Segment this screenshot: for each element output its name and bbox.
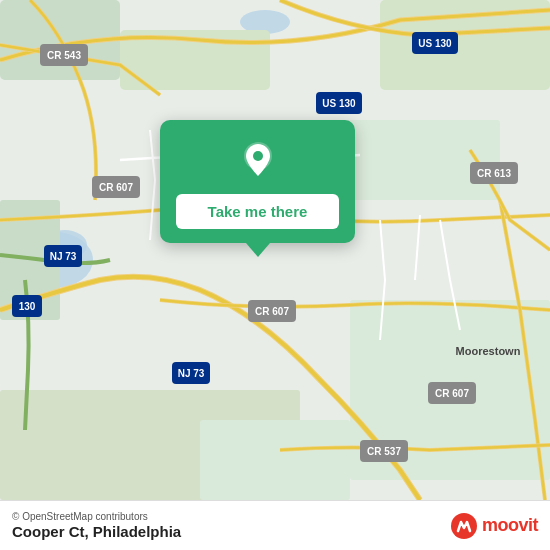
location-pin-icon: [236, 138, 280, 182]
svg-text:Moorestown: Moorestown: [456, 345, 521, 357]
moovit-brand-label: moovit: [482, 515, 538, 536]
svg-rect-11: [200, 420, 350, 500]
map-svg: US 130 US 130 CR 543 CR 607 CR 607 CR 60…: [0, 0, 550, 500]
svg-text:CR 537: CR 537: [367, 446, 401, 457]
location-name: Cooper Ct, Philadelphia: [12, 523, 181, 540]
svg-text:130: 130: [19, 301, 36, 312]
svg-text:NJ 73: NJ 73: [50, 251, 77, 262]
svg-text:CR 543: CR 543: [47, 50, 81, 61]
svg-text:CR 607: CR 607: [99, 182, 133, 193]
svg-text:US 130: US 130: [418, 38, 452, 49]
svg-text:CR 607: CR 607: [255, 306, 289, 317]
map-container: US 130 US 130 CR 543 CR 607 CR 607 CR 60…: [0, 0, 550, 500]
bottom-bar: © OpenStreetMap contributors Cooper Ct, …: [0, 500, 550, 550]
svg-text:CR 613: CR 613: [477, 168, 511, 179]
take-me-there-button[interactable]: Take me there: [176, 194, 339, 229]
location-info: © OpenStreetMap contributors Cooper Ct, …: [12, 511, 181, 540]
osm-attribution: © OpenStreetMap contributors: [12, 511, 181, 522]
svg-text:US 130: US 130: [322, 98, 356, 109]
svg-text:CR 607: CR 607: [435, 388, 469, 399]
popup-card: Take me there: [160, 120, 355, 243]
moovit-logo-icon: [450, 512, 478, 540]
svg-point-36: [253, 151, 263, 161]
moovit-logo: moovit: [450, 512, 538, 540]
svg-text:NJ 73: NJ 73: [178, 368, 205, 379]
